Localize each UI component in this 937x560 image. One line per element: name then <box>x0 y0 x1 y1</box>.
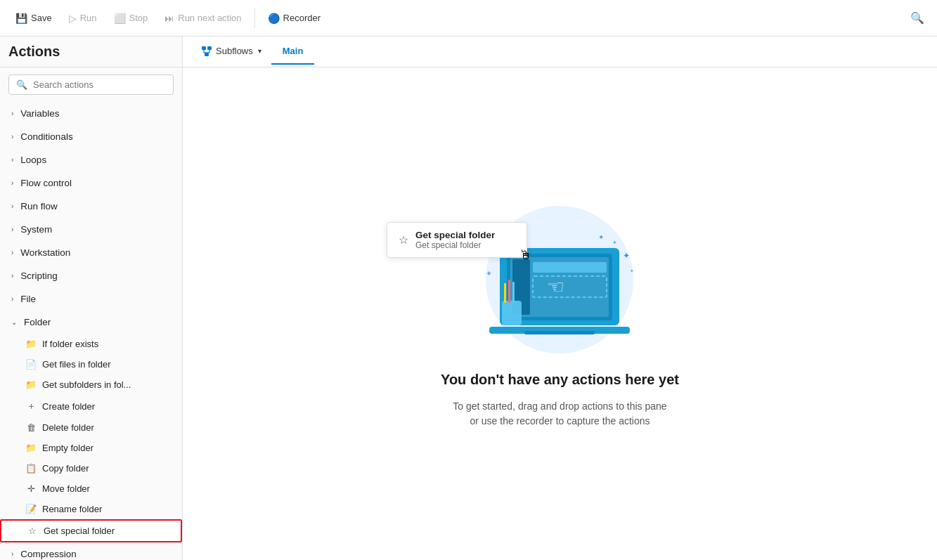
chevron-down-icon: ▾ <box>258 47 261 55</box>
folder-icon: 📁 <box>25 339 37 349</box>
sidebar-item-move-folder[interactable]: ✛ Move folder <box>0 478 182 499</box>
sidebar-item-variables[interactable]: › Variables <box>0 102 182 125</box>
run-next-icon: ⏭ <box>164 13 174 24</box>
sidebar-item-if-folder-exists[interactable]: 📁 If folder exists <box>0 334 182 354</box>
recorder-button[interactable]: 🔵 Recorder <box>261 8 328 28</box>
toolbar: 💾 Save ▷ Run ⬜ Stop ⏭ Run next action 🔵 … <box>0 0 937 37</box>
sidebar-item-delete-folder[interactable]: 🗑 Delete folder <box>0 417 182 438</box>
svg-text:✦: ✦ <box>623 251 630 261</box>
sidebar-item-scripting[interactable]: › Scripting <box>0 264 182 287</box>
drag-preview-text: Get special folder Get special folder <box>415 230 495 250</box>
run-icon: ▷ <box>69 13 77 24</box>
file-icon: 📄 <box>25 359 37 370</box>
toolbar-separator <box>254 8 255 28</box>
svg-rect-16 <box>502 301 522 325</box>
sidebar-item-loops[interactable]: › Loops <box>0 148 182 171</box>
sidebar-item-create-folder[interactable]: ＋ Create folder <box>0 395 182 417</box>
svg-rect-17 <box>504 283 506 303</box>
chevron-right-icon: › <box>11 226 13 233</box>
chevron-right-icon: › <box>11 272 13 280</box>
sidebar: Actions 🔍 › Variables › Conditionals › L… <box>0 37 183 560</box>
content-area: Actions 🔍 › Variables › Conditionals › L… <box>0 37 937 560</box>
svg-rect-0 <box>202 46 206 50</box>
copy-icon: 📋 <box>25 463 37 474</box>
tab-bar: Subflows ▾ Main <box>183 37 937 67</box>
run-next-action-button[interactable]: ⏭ Run next action <box>157 8 248 28</box>
rename-icon: 📝 <box>25 504 37 514</box>
subflows-icon <box>201 46 212 57</box>
sidebar-item-conditionals[interactable]: › Conditionals <box>0 125 182 148</box>
chevron-right-icon: › <box>11 133 13 141</box>
stop-button[interactable]: ⬜ Stop <box>107 8 155 28</box>
chevron-right-icon: › <box>11 202 13 210</box>
empty-state-subtitle: To get started, drag and drop actions to… <box>453 399 666 429</box>
sidebar-list: › Variables › Conditionals › Loops › Flo… <box>0 102 182 560</box>
sidebar-item-system[interactable]: › System <box>0 218 182 241</box>
sidebar-item-folder[interactable]: ⌄ Folder <box>0 311 182 334</box>
drag-preview-card[interactable]: ☆ Get special folder Get special folder … <box>387 222 527 258</box>
chevron-right-icon: › <box>11 249 13 256</box>
sidebar-item-get-special-folder[interactable]: ☆ Get special folder <box>0 519 182 542</box>
svg-rect-2 <box>205 53 209 56</box>
svg-rect-19 <box>512 282 515 303</box>
canvas[interactable]: ☆ Get special folder Get special folder … <box>183 67 937 560</box>
svg-text:✦: ✦ <box>598 233 604 241</box>
delete-icon: 🗑 <box>25 422 37 433</box>
folder-subcategory-list: 📁 If folder exists 📄 Get files in folder… <box>0 334 182 542</box>
svg-rect-18 <box>508 280 510 303</box>
sidebar-item-rename-folder[interactable]: 📝 Rename folder <box>0 499 182 519</box>
sidebar-title: Actions <box>0 37 182 67</box>
chevron-right-icon: › <box>11 110 13 117</box>
svg-text:✦: ✦ <box>630 268 634 273</box>
svg-rect-15 <box>524 331 595 334</box>
save-icon: 💾 <box>15 13 27 24</box>
sidebar-item-compression[interactable]: › Compression <box>0 542 182 560</box>
sidebar-item-workstation[interactable]: › Workstation <box>0 241 182 264</box>
save-button[interactable]: 💾 Save <box>8 8 59 28</box>
empty-state-title: You don't have any actions here yet <box>441 372 679 388</box>
tab-main[interactable]: Main <box>271 39 315 65</box>
run-button[interactable]: ▷ Run <box>62 8 104 28</box>
sidebar-item-file[interactable]: › File <box>0 287 182 311</box>
tab-subflows[interactable]: Subflows ▾ <box>191 39 271 65</box>
main-panel: Subflows ▾ Main ☆ Get special folder Get… <box>183 37 937 560</box>
chevron-right-icon: › <box>11 550 13 558</box>
sidebar-item-copy-folder[interactable]: 📋 Copy folder <box>0 458 182 478</box>
subfolder-icon: 📁 <box>25 379 37 390</box>
sidebar-item-run-flow[interactable]: › Run flow <box>0 195 182 218</box>
svg-rect-11 <box>533 262 607 273</box>
chevron-right-icon: › <box>11 156 13 164</box>
drag-cursor-icon: 🖱 <box>519 248 532 263</box>
sidebar-item-flow-control[interactable]: › Flow control <box>0 171 182 195</box>
chevron-right-icon: › <box>11 179 13 187</box>
sidebar-item-empty-folder[interactable]: 📁 Empty folder <box>0 438 182 458</box>
toolbar-search-button[interactable]: 🔍 <box>906 7 929 29</box>
chevron-right-icon: › <box>11 295 13 303</box>
star-icon: ☆ <box>27 526 38 536</box>
search-box: 🔍 <box>8 74 174 95</box>
chevron-down-icon: ⌄ <box>11 318 17 326</box>
move-icon: ✛ <box>25 483 37 494</box>
search-icon: 🔍 <box>16 79 27 90</box>
sidebar-item-get-subfolders-in-folder[interactable]: 📁 Get subfolders in fol... <box>0 375 182 395</box>
stop-icon: ⬜ <box>114 13 126 24</box>
search-input[interactable] <box>33 79 166 90</box>
recorder-icon: 🔵 <box>268 13 280 24</box>
drag-preview-star-icon: ☆ <box>399 233 408 247</box>
create-icon: ＋ <box>25 400 37 412</box>
sidebar-item-get-files-in-folder[interactable]: 📄 Get files in folder <box>0 354 182 375</box>
svg-text:☜: ☜ <box>547 276 564 298</box>
svg-text:✦: ✦ <box>486 269 492 278</box>
empty-icon: 📁 <box>25 443 37 453</box>
svg-text:✦: ✦ <box>612 240 617 246</box>
svg-rect-1 <box>207 46 212 50</box>
magnifier-icon: 🔍 <box>910 12 924 24</box>
